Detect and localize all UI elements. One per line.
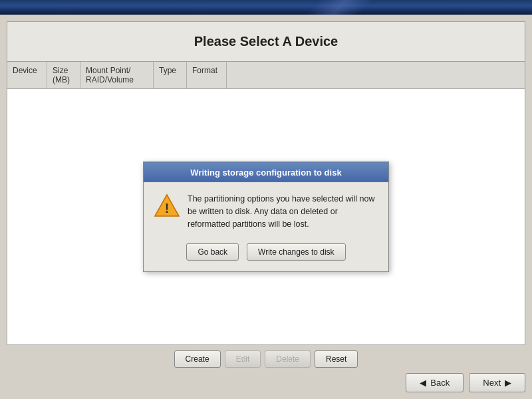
create-button[interactable]: Create	[174, 350, 221, 368]
top-bar-shine	[279, 0, 399, 15]
back-button[interactable]: ◀ Back	[406, 373, 464, 392]
back-arrow-icon: ◀	[420, 378, 426, 388]
next-button[interactable]: Next ▶	[469, 373, 525, 392]
dialog-buttons: Go back Write changes to disk	[144, 238, 388, 271]
main-panel: Please Select A Device Device Size(MB) M…	[7, 21, 525, 345]
write-dialog: Writing storage configuration to disk ! …	[143, 162, 389, 272]
main-area: Please Select A Device Device Size(MB) M…	[0, 15, 532, 399]
col-size: Size(MB)	[47, 62, 80, 88]
svg-text:!: !	[165, 201, 170, 215]
top-bar	[0, 0, 532, 15]
page-title: Please Select A Device	[7, 22, 525, 62]
back-label: Back	[430, 378, 450, 388]
delete-button: Delete	[265, 350, 311, 368]
dialog-message: The partitioning options you have select…	[188, 193, 378, 230]
warning-icon: !	[154, 193, 180, 218]
next-label: Next	[483, 378, 501, 388]
table-content: Writing storage configuration to disk ! …	[7, 89, 525, 344]
go-back-button[interactable]: Go back	[186, 243, 239, 261]
dialog-body: ! The partitioning options you have sele…	[144, 182, 388, 238]
col-mount: Mount Point/RAID/Volume	[80, 62, 154, 88]
dialog-title: Writing storage configuration to disk	[144, 163, 388, 182]
bottom-toolbar: Create Edit Delete Reset	[7, 345, 525, 370]
col-format: Format	[187, 62, 227, 88]
table-header: Device Size(MB) Mount Point/RAID/Volume …	[7, 62, 525, 89]
nav-row: ◀ Back Next ▶	[7, 370, 525, 392]
next-arrow-icon: ▶	[505, 378, 511, 388]
edit-button: Edit	[225, 350, 261, 368]
col-device: Device	[7, 62, 47, 88]
reset-button[interactable]: Reset	[315, 350, 358, 368]
col-type: Type	[154, 62, 187, 88]
write-changes-button[interactable]: Write changes to disk	[247, 243, 346, 261]
